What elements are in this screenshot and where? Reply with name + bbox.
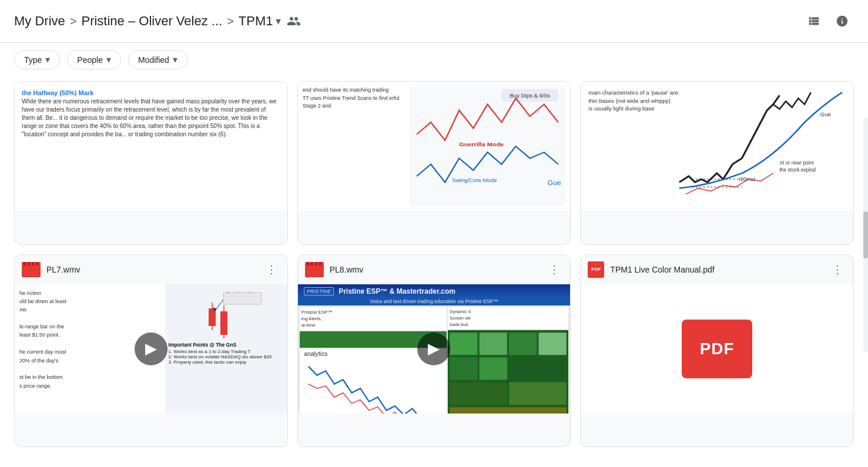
text-title-1: the Halfway (50%) Mark [22,89,280,98]
svg-rect-52 [450,407,567,413]
pl7-point1: 1. Works best as a 1 to 2-day Trading T [169,349,284,354]
svg-text:Guerrilla Mode: Guerrilla Mode [460,142,504,147]
card-header-pl8: PL8.wmv ⋮ [298,255,571,284]
card-preview-pl7: he Action uld be down at least ow. le-ra… [15,284,287,414]
breadcrumb: My Drive > Pristine – Oliver Velez ... >… [14,11,797,32]
svg-rect-49 [509,358,565,380]
shared-people-icon[interactable] [283,11,304,32]
svg-rect-45 [509,332,537,355]
svg-text:the stock explod: the stock explod [780,167,816,173]
list-item[interactable]: main characteristics of a 'pause' are: t… [580,81,854,245]
modified-filter-button[interactable]: Modified ▾ [128,50,187,69]
pl7-points-title: Important Points @ The GnS [169,342,284,348]
current-folder-label: TPM1 [239,14,273,29]
header: My Drive > Pristine – Oliver Velez ... >… [0,0,868,43]
svg-text:Gue: Gue [548,180,561,186]
svg-text:is usually light during base: is usually light during base [589,106,655,112]
people-filter-label: People [77,55,103,65]
people-filter-button[interactable]: People ▾ [67,50,121,69]
svg-rect-48 [480,358,507,380]
card-title-pl8: PL8.wmv [330,265,540,274]
pl8-left-text: Pristine ESP™ ing Alerts, al-time [300,307,447,331]
svg-rect-51 [509,382,567,405]
video-file-icon-pl7 [22,262,41,277]
folder1-link[interactable]: Pristine – Oliver Velez ... [81,14,222,29]
filter-bar: Type ▾ People ▾ Modified ▾ [0,43,868,76]
list-view-button[interactable] [802,9,826,33]
video-file-icon-pl8 [305,262,324,277]
svg-rect-43 [450,332,477,355]
file-grid: the Halfway (50%) Mark While there are n… [0,76,868,461]
card-header-pl7: PL7.wmv ⋮ [15,255,287,284]
card-preview-2: end should have its matching trading TT … [298,82,571,211]
current-folder-dropdown[interactable]: TPM1 ▾ [239,14,281,29]
svg-rect-28 [220,311,227,335]
people-filter-arrow: ▾ [106,54,111,65]
list-item[interactable]: PL8.wmv ⋮ PRISTINE Pristine ESP™ & Maste… [297,254,571,448]
list-item[interactable]: PDF TPM1 Live Color Manual.pdf ⋮ PDF [580,254,854,448]
card-header-pdf: PDF TPM1 Live Color Manual.pdf ⋮ [581,255,853,284]
text-body-1: While there are numerous retracement lev… [22,98,280,139]
card-title-pl7: PL7.wmv [46,265,257,274]
svg-text:Gue: Gue [820,112,831,117]
svg-rect-50 [450,382,507,405]
svg-text:At or near point: At or near point [780,160,815,166]
scrollbar-track[interactable] [863,117,868,352]
header-actions [802,9,854,33]
more-options-pl7[interactable]: ⋮ [263,261,280,278]
info-button[interactable] [830,9,854,33]
list-item[interactable]: the Halfway (50%) Mark While there are n… [14,81,288,245]
pl7-point3: 3. Properly used, this tactic can enjoy [169,360,284,365]
pl7-point2: 2. Works best on volatile NASDAQ sto abo… [169,354,284,360]
scrollbar-thumb[interactable] [863,211,868,258]
modified-filter-arrow: ▾ [173,54,177,65]
pristine-logo: PRISTINE [304,287,334,295]
chart-text-left: end should have its matching trading TT … [303,86,407,206]
card-preview-pdf: PDF [581,284,853,414]
pdf-file-icon: PDF [588,261,604,278]
folder-dropdown-arrow: ▾ [276,15,281,28]
svg-rect-47 [450,358,477,380]
type-filter-arrow: ▾ [45,54,50,65]
card-preview-pl8: PRISTINE Pristine ESP™ & Mastertrader.co… [298,284,571,414]
svg-rect-46 [539,332,567,355]
pdf-large-icon: PDF [682,320,752,378]
pl8-right-text: Dynamic S Screen wit trade buil [448,307,568,330]
svg-text:Swing/Core Mode: Swing/Core Mode [453,178,497,183]
list-item[interactable]: PL7.wmv ⋮ he Action uld be down at least… [14,254,288,448]
pristine-subtitle: Voice and text driven trading education … [298,297,571,305]
chevron-icon-1: > [68,15,79,28]
preview-chart-2: end should have its matching trading TT … [298,82,571,211]
card-title-pdf: TPM1 Live Color Manual.pdf [610,265,823,274]
type-filter-label: Type [24,55,42,65]
svg-text:analytics: analytics [304,351,327,357]
list-item[interactable]: end should have its matching trading TT … [297,81,571,245]
pdf-preview-area: PDF [581,284,853,414]
preview-chart-3: main characteristics of a 'pause' are: t… [581,82,853,211]
chart-area-2: Buy Dips & 8/0s Guerrilla Mode Swing/Cor… [410,86,565,206]
card-preview-1: the Halfway (50%) Mark While there are n… [15,82,287,211]
svg-text:thin bases (not wide and whipp: thin bases (not wide and whippy) [589,98,671,104]
chevron-icon-2: > [224,15,236,28]
card-preview-3: main characteristics of a 'pause' are: t… [581,82,853,211]
svg-rect-21 [22,266,41,277]
pl7-chart-panel: Stock down 2 days in a row. Important Po… [165,284,287,414]
pl8-right-col: Dynamic S Screen wit trade buil [448,307,568,414]
svg-rect-24 [223,293,262,304]
pristine-banner-text: Pristine ESP™ & Mastertrader.com [339,287,455,295]
preview-text-1: the Halfway (50%) Mark While there are n… [15,82,287,211]
type-filter-button[interactable]: Type ▾ [14,50,60,69]
pristine-banner: PRISTINE Pristine ESP™ & Mastertrader.co… [298,284,571,297]
play-button-pl8[interactable]: ▶ [417,332,450,365]
play-button-pl7[interactable]: ▶ [135,332,167,365]
pl8-heatmap [448,330,568,413]
more-options-pl8[interactable]: ⋮ [545,261,563,278]
svg-rect-44 [480,332,507,355]
my-drive-link[interactable]: My Drive [14,14,65,29]
more-options-pdf[interactable]: ⋮ [829,261,846,278]
modified-filter-label: Modified [138,55,169,65]
svg-rect-38 [305,266,324,277]
svg-text:main characteristics of a 'pau: main characteristics of a 'pause' are: [589,90,680,96]
